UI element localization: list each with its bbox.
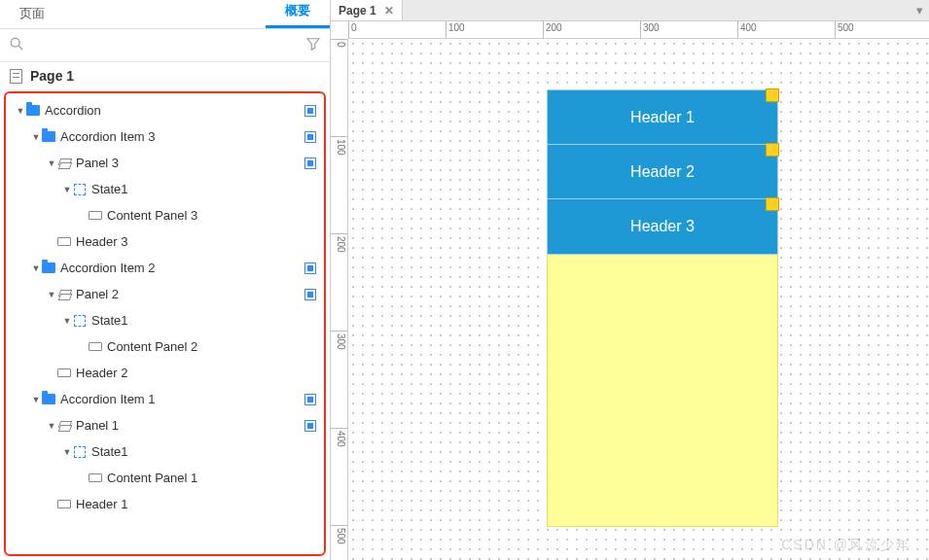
layers-icon: [56, 157, 72, 170]
rect-icon: [88, 211, 103, 220]
tree-item-label: Content Panel 2: [107, 339, 316, 354]
tree-item-label: Panel 2: [76, 287, 304, 301]
tree-item-label: Accordion Item 1: [60, 392, 304, 406]
ruler-tick: 100: [446, 21, 465, 38]
page-node[interactable]: Page 1: [0, 62, 330, 89]
tab-bar-overflow[interactable]: ▾: [403, 0, 929, 20]
expand-caret-icon[interactable]: ▼: [31, 263, 41, 273]
rect-icon: [56, 237, 72, 246]
interaction-bolt-icon[interactable]: ⚡: [766, 197, 779, 211]
tree-item-label: Panel 3: [76, 156, 304, 170]
tree-row[interactable]: Content Panel 1: [6, 465, 324, 491]
tab-outline[interactable]: 概要: [266, 0, 330, 28]
expand-caret-icon[interactable]: ▼: [62, 185, 72, 194]
folder-icon: [41, 262, 56, 273]
expand-caret-icon[interactable]: ▼: [31, 395, 41, 404]
tree-row[interactable]: ▼Panel 2: [6, 281, 324, 307]
document-tab[interactable]: Page 1 ✕: [331, 0, 403, 20]
page-label: Page 1: [30, 68, 74, 84]
expand-caret-icon[interactable]: ▼: [62, 316, 72, 326]
tree-row[interactable]: Header 1: [6, 491, 324, 517]
close-icon[interactable]: ✕: [384, 4, 394, 18]
state-icon: [72, 315, 88, 327]
tree-item-label: Header 1: [76, 497, 316, 511]
tree-item-label: Header 3: [76, 234, 316, 249]
tree-row[interactable]: Header 2: [6, 360, 324, 386]
folder-icon: [41, 131, 56, 142]
expand-caret-icon[interactable]: ▼: [31, 132, 41, 142]
tab-pages[interactable]: 页面: [0, 0, 64, 28]
outline-tree: ▼Accordion▼Accordion Item 3▼Panel 3▼Stat…: [4, 91, 326, 556]
tree-row[interactable]: ▼Accordion: [6, 97, 324, 123]
expand-caret-icon[interactable]: ▼: [47, 421, 56, 431]
ruler-tick: 200: [331, 233, 347, 253]
ruler-tick: 400: [331, 428, 347, 447]
interaction-bolt-icon[interactable]: ⚡: [766, 143, 779, 157]
expand-caret-icon[interactable]: ▼: [62, 447, 72, 457]
expand-caret-icon[interactable]: ▼: [47, 290, 56, 299]
tree-row[interactable]: Content Panel 2: [6, 333, 324, 360]
rect-icon: [88, 342, 103, 351]
folder-icon: [41, 394, 56, 404]
ruler-vertical: 0100200300400500: [331, 39, 348, 560]
ruler-tick: 300: [331, 331, 347, 350]
filter-icon[interactable]: [306, 37, 320, 53]
state-icon: [72, 446, 88, 458]
tree-item-label: Content Panel 1: [107, 471, 316, 485]
selection-indicator-icon: [304, 158, 316, 169]
document-tab-label: Page 1: [339, 4, 376, 18]
tree-item-label: Content Panel 3: [107, 208, 316, 223]
accordion-header[interactable]: Header 3⚡: [548, 199, 777, 254]
tree-row[interactable]: ▼Panel 1: [6, 412, 324, 438]
layers-icon: [56, 288, 72, 301]
outline-panel: 页面 概要 Page 1 ▼Accordion▼Accordion Item 3…: [0, 0, 331, 560]
ruler-tick: 100: [331, 136, 347, 156]
accordion-header[interactable]: Header 2⚡: [548, 145, 777, 199]
accordion-widget[interactable]: Header 1⚡Header 2⚡Header 3⚡: [548, 90, 777, 526]
tree-item-label: Header 2: [76, 366, 316, 380]
tree-row[interactable]: Header 3: [6, 228, 324, 255]
ruler-tick: 500: [331, 525, 347, 544]
tree-row[interactable]: ▼State1: [6, 176, 324, 202]
search-input[interactable]: [31, 38, 299, 52]
tree-row[interactable]: ▼Panel 3: [6, 150, 324, 176]
ruler-tick: 500: [835, 21, 854, 38]
expand-caret-icon[interactable]: ▼: [16, 106, 25, 116]
ruler-tick: 300: [640, 21, 660, 38]
ruler-tick: 200: [543, 21, 562, 38]
page-icon: [10, 69, 22, 84]
accordion-body[interactable]: [548, 254, 777, 526]
search-icon[interactable]: [10, 37, 23, 53]
svg-line-1: [18, 46, 22, 50]
interaction-bolt-icon[interactable]: ⚡: [766, 88, 779, 102]
accordion-header[interactable]: Header 1⚡: [548, 90, 777, 145]
design-canvas[interactable]: Header 1⚡Header 2⚡Header 3⚡ CSDN @风流少年: [348, 39, 929, 560]
tree-item-label: Panel 1: [76, 418, 304, 433]
tree-row[interactable]: Content Panel 3: [6, 202, 324, 228]
tree-row[interactable]: ▼Accordion Item 3: [6, 123, 324, 150]
tree-item-label: State1: [91, 313, 316, 328]
ruler-horizontal: 0100200300400500600700: [348, 21, 929, 39]
ruler-tick: 0: [331, 39, 347, 48]
ruler-tick: 400: [737, 21, 757, 38]
rect-icon: [56, 368, 72, 377]
tree-row[interactable]: ▼Accordion Item 2: [6, 255, 324, 281]
tree-item-label: Accordion: [45, 103, 304, 118]
selection-indicator-icon: [304, 131, 316, 143]
tree-row[interactable]: ▼State1: [6, 307, 324, 333]
tree-row[interactable]: ▼Accordion Item 1: [6, 386, 324, 412]
selection-indicator-icon: [304, 105, 316, 117]
rect-icon: [88, 473, 103, 482]
tree-item-label: State1: [91, 444, 316, 459]
tree-row[interactable]: ▼State1: [6, 438, 324, 465]
tree-item-label: State1: [91, 182, 316, 196]
expand-caret-icon[interactable]: ▼: [47, 158, 56, 168]
svg-point-0: [11, 38, 19, 47]
folder-icon: [25, 105, 41, 116]
accordion-header-label: Header 2: [630, 163, 695, 181]
left-panel-tabs: 页面 概要: [0, 0, 330, 29]
document-tab-bar: Page 1 ✕ ▾: [331, 0, 929, 21]
ruler-tick: 0: [348, 21, 357, 38]
selection-indicator-icon: [304, 262, 316, 274]
layers-icon: [56, 419, 72, 433]
